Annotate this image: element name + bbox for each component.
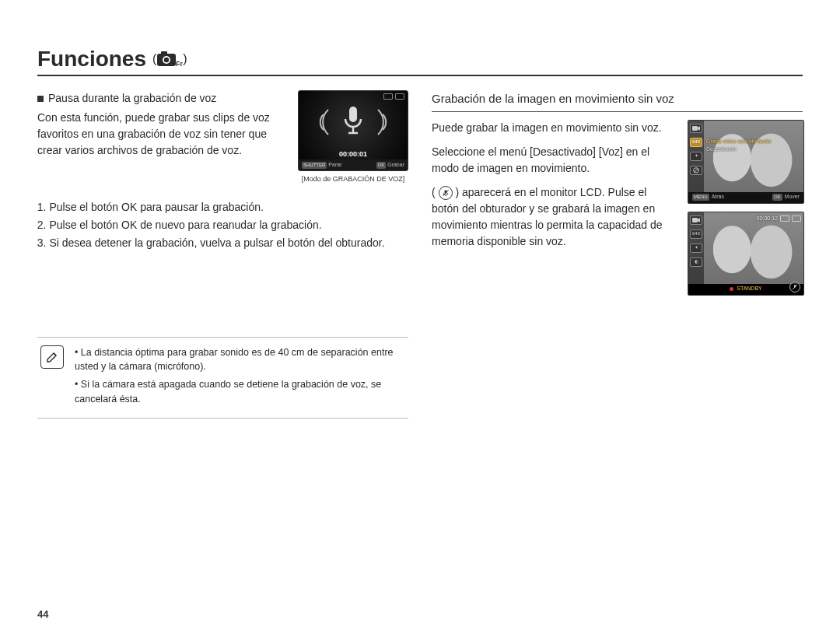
footer-right-action: OK Grabar [376, 161, 404, 170]
microphone-icon [341, 105, 365, 144]
menu-footer-right: OKMover [772, 193, 800, 201]
mic-off-icon [690, 166, 702, 175]
mic-muted-icon [439, 186, 453, 200]
page-number: 44 [37, 608, 48, 620]
step-item: Pulse el botón OK para pausar la grabaci… [49, 199, 408, 215]
note-list: La distancia óptima para grabar sonido e… [75, 345, 405, 410]
ok-key-badge: OK [376, 162, 387, 169]
menu-screen-thumb: 640 ✦ Graba vídeo sólo sin audio Desacti… [688, 120, 804, 204]
shutter-key-badge: SHUTTER [302, 162, 327, 169]
wb-icon: ◐ [690, 257, 702, 267]
couple-photo-bg [688, 121, 803, 203]
page-title-row: Funciones ( Fn ) [37, 47, 803, 76]
left-bullet-heading: Pausa durante la grabación de voz [37, 90, 287, 107]
right-p1: Puede grabar la imagen en movimiento sin… [432, 120, 677, 136]
note-item: Si la cámara está apagada cuando se deti… [75, 377, 405, 407]
sound-waves-right-icon [373, 107, 394, 142]
voice-thumb-caption: [Modo de GRABACIÓN DE VOZ] [298, 174, 408, 185]
svg-rect-11 [692, 126, 698, 131]
record-dot-icon [730, 287, 733, 291]
svg-rect-5 [349, 107, 357, 122]
step-item: Si desea detener la grabación, vuelva a … [49, 235, 408, 251]
resolution-badge: 640 [690, 229, 702, 239]
battery-icon [383, 93, 393, 100]
left-icon-strip: 640 ✦ ◐ [688, 212, 704, 284]
note-box: La distancia óptima para grabar sonido e… [37, 337, 408, 419]
left-icon-strip: 640 ✦ [688, 121, 704, 192]
standby-bar: STANDBY [688, 284, 803, 295]
mode-icon [690, 124, 702, 133]
svg-rect-14 [692, 218, 698, 222]
battery-icon [792, 215, 801, 222]
standby-label: STANDBY [737, 285, 762, 293]
fps-icon: ✦ [690, 243, 702, 253]
right-body: Puede grabar la imagen en movimiento sin… [432, 120, 803, 296]
right-heading: Grabación de la imagen en movimiento sin… [432, 90, 803, 112]
menu-footer: MENUAtrás OKMover [688, 192, 803, 203]
standby-top-status: 00:00:12 [757, 215, 801, 223]
svg-text:Fn: Fn [176, 60, 183, 68]
note-item: La distancia óptima para grabar sonido e… [75, 345, 405, 375]
menu-footer-left: MENUAtrás [692, 193, 724, 201]
step-item: Pulse el botón OK de nuevo para reanudar… [49, 217, 408, 233]
left-intro-paragraph: Con esta función, puede grabar sus clips… [37, 110, 287, 159]
note-pencil-icon [40, 345, 64, 369]
steps-list: Pulse el botón OK para pausar la grabaci… [37, 199, 408, 251]
left-intro-block: Pausa durante la grabación de voz Con es… [37, 90, 408, 185]
couple-photo-bg [688, 212, 803, 295]
card-icon [780, 215, 789, 222]
timecode: 00:00:12 [757, 215, 778, 223]
right-column: Grabación de la imagen en movimiento sin… [432, 90, 803, 419]
standby-screen-thumb: 00:00:12 640 ✦ ◐ STANDBY [688, 212, 804, 296]
mode-icon [690, 215, 702, 225]
screen-top-status-icons [383, 93, 404, 100]
card-icon [395, 93, 404, 100]
bullet-square-icon [37, 96, 44, 102]
page-title: Funciones [37, 47, 146, 72]
recording-timer: 00:00:01 [299, 149, 408, 160]
left-column: Pausa durante la grabación de voz Con es… [37, 90, 408, 419]
manual-page: Funciones ( Fn ) Pausa durante la grabac… [0, 0, 840, 634]
voice-screen-footer: SHUTTER Parar OK Grabar [299, 159, 408, 170]
footer-left-action: SHUTTER Parar [302, 161, 341, 170]
mute-indicator-icon [789, 282, 800, 292]
content-columns: Pausa durante la grabación de voz Con es… [37, 90, 803, 419]
ok-key-badge: OK [772, 194, 782, 201]
right-thumbnails: 640 ✦ Graba vídeo sólo sin audio Desacti… [688, 120, 803, 296]
svg-line-13 [695, 168, 698, 172]
menu-selected-line: Desactivado [706, 145, 771, 154]
svg-point-3 [164, 58, 169, 62]
sound-waves-left-icon [313, 107, 333, 142]
voice-screen: 00:00:01 SHUTTER Parar OK Grabar [298, 90, 408, 171]
right-p2b: ( ) aparecerá en el monitor LCD. Pulse e… [432, 184, 677, 250]
fps-icon: ✦ [690, 152, 702, 161]
menu-key-badge: MENU [692, 194, 709, 201]
right-p2a: Seleccione el menú [Desactivado] [Voz] e… [432, 144, 677, 177]
title-camera-fn-icon: ( Fn ) [152, 51, 187, 68]
menu-title-line: Graba vídeo sólo sin audio [706, 138, 771, 146]
svg-rect-1 [161, 51, 167, 54]
menu-overlay-text: Graba vídeo sólo sin audio Desactivado [706, 138, 771, 154]
resolution-badge: 640 [690, 138, 702, 147]
voice-recording-thumbnail: 00:00:01 SHUTTER Parar OK Grabar [298, 90, 408, 185]
